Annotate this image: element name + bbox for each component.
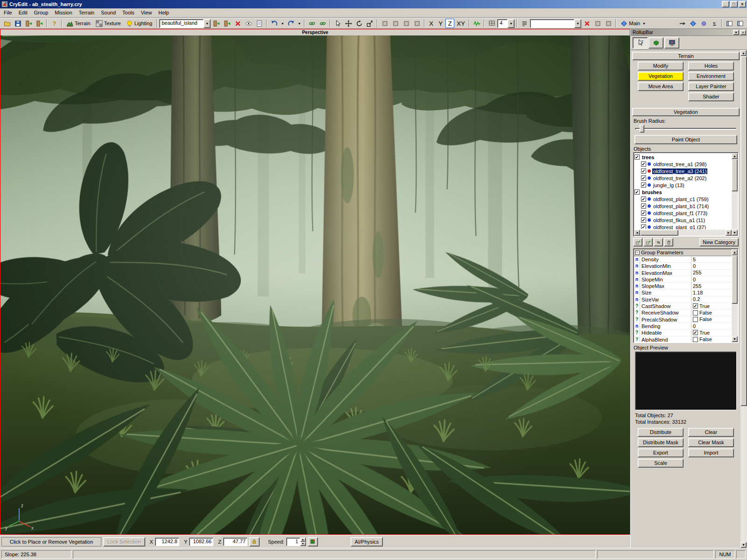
menu-view[interactable]: View: [138, 9, 155, 17]
param-elevationmin[interactable]: nElevationMin0: [634, 263, 732, 269]
terrain-mode-move-area[interactable]: Move Area: [638, 82, 684, 91]
checkbox[interactable]: ✓: [641, 203, 646, 209]
param-value[interactable]: 255: [691, 283, 732, 289]
mission-combobox[interactable]: beautiful_island ▼: [159, 19, 211, 28]
param-value[interactable]: 5: [691, 257, 732, 262]
snap-angle-button[interactable]: [412, 19, 422, 28]
terrain-mode-vegetation[interactable]: Vegetation: [638, 72, 684, 81]
param-sizevar[interactable]: nSizeVar0.2: [634, 296, 732, 303]
param-slopemin[interactable]: nSlopeMin0: [634, 276, 732, 283]
object-item-jungle_lg[interactable]: ✓jungle_lg (13): [634, 182, 731, 189]
scroll-thumb[interactable]: [732, 255, 738, 304]
help-button[interactable]: [49, 19, 59, 28]
param-alphablend[interactable]: ?AlphaBlendFalse: [634, 336, 732, 342]
undo-button[interactable]: [269, 19, 279, 28]
param-elevationmax[interactable]: nElevationMax255: [634, 270, 732, 276]
object-item-oldforest_tree_a2[interactable]: ✓oldforest_tree_a2 (202): [634, 175, 731, 182]
param-value[interactable]: 0: [691, 277, 732, 282]
x-coordinate-field[interactable]: 1242.8: [155, 538, 179, 546]
param-bending[interactable]: nBending0: [634, 323, 732, 329]
viewport-canvas[interactable]: z x y: [0, 35, 630, 534]
slider-channel[interactable]: [635, 128, 737, 130]
param-density[interactable]: nDensity5: [634, 256, 732, 263]
brush-radius-slider[interactable]: [635, 124, 737, 133]
param-hideable[interactable]: ?Hideable✓True: [634, 329, 732, 336]
menu-help[interactable]: Help: [155, 9, 172, 17]
object-item-oldforest_plant_g1[interactable]: ✓oldforest_plant_g1 (37): [634, 224, 731, 229]
rotate-mode-button[interactable]: [354, 19, 364, 28]
scroll-down-icon[interactable]: ▼: [732, 230, 738, 236]
parameters-vscrollbar[interactable]: ▲ ▼: [732, 249, 738, 342]
param-value[interactable]: 0.2: [691, 296, 732, 302]
param-size[interactable]: nSize1.18: [634, 289, 732, 296]
distribute-button[interactable]: Distribute: [638, 428, 684, 437]
clone-object-button[interactable]: [643, 238, 653, 246]
minimize-button[interactable]: _: [722, 1, 729, 7]
main-layer-combobox[interactable]: Main▼: [618, 19, 648, 28]
menu-sound[interactable]: Sound: [98, 9, 119, 17]
clear-button[interactable]: Clear: [688, 428, 734, 437]
add-object-button[interactable]: [633, 238, 642, 246]
scroll-up-icon[interactable]: ▲: [740, 50, 747, 56]
remove-object-button[interactable]: [664, 238, 673, 246]
go-to-position-button[interactable]: [677, 19, 687, 28]
speed-value[interactable]: 1: [286, 538, 300, 546]
checkbox[interactable]: ✓: [641, 168, 646, 174]
clear-mask-button[interactable]: Clear Mask: [688, 438, 734, 447]
tag-point-button[interactable]: [688, 19, 698, 28]
checkbox[interactable]: ✓: [693, 330, 698, 335]
object-group-brushes[interactable]: ✓brushes: [634, 189, 731, 196]
lighting-tool-button[interactable]: Lighting: [124, 19, 155, 28]
unlink-objects-button[interactable]: [317, 19, 328, 28]
scroll-up-icon[interactable]: ▲: [732, 153, 738, 159]
param-precalcshadow[interactable]: ?PrecalcShadowFalse: [634, 316, 732, 323]
tab-edit-mode[interactable]: [633, 37, 648, 49]
rollupbar-pin-button[interactable]: ▾: [733, 30, 739, 35]
tab-display[interactable]: [664, 37, 679, 49]
scroll-thumb[interactable]: [732, 159, 738, 191]
vegetation-rollup-header[interactable]: Vegetation: [632, 108, 740, 116]
select-object-button[interactable]: [380, 19, 390, 28]
paint-object-button[interactable]: Paint Object: [634, 135, 737, 144]
viewport-caption[interactable]: Perspective: [0, 29, 630, 35]
link-objects-button[interactable]: [307, 19, 317, 28]
menu-group[interactable]: Group: [31, 9, 52, 17]
scroll-thumb[interactable]: [740, 56, 747, 406]
chevron-down-icon[interactable]: ▼: [204, 19, 211, 28]
menu-edit[interactable]: Edit: [15, 9, 31, 17]
param-value[interactable]: 0: [691, 263, 732, 269]
move-mode-button[interactable]: [343, 19, 353, 28]
objects-list-vscrollbar[interactable]: ▲ ▼: [732, 153, 738, 236]
open-button[interactable]: [2, 19, 12, 28]
param-value[interactable]: False: [691, 310, 732, 315]
measure-button[interactable]: [709, 19, 719, 28]
object-item-oldforest_tree_a3[interactable]: ✓oldforest_tree_a3 (241): [634, 168, 731, 175]
maximize-button[interactable]: □: [730, 1, 738, 7]
save-button[interactable]: [13, 19, 23, 28]
terrain-mode-modify[interactable]: Modify: [638, 62, 684, 70]
object-item-oldforest_plant_c1[interactable]: ✓oldforest_plant_c1 (759): [634, 196, 731, 203]
checkbox[interactable]: ✓: [641, 217, 646, 223]
grid-size-combobox[interactable]: 4 ▼: [497, 19, 514, 28]
param-value[interactable]: False: [691, 316, 732, 322]
terrain-rollup-header[interactable]: Terrain: [632, 52, 740, 60]
scroll-left-icon[interactable]: ◄: [634, 230, 640, 236]
param-value[interactable]: ✓True: [691, 303, 732, 309]
menu-mission[interactable]: Mission: [51, 9, 75, 17]
named-selections-button[interactable]: [519, 19, 529, 28]
record-button[interactable]: [698, 19, 709, 28]
import-button[interactable]: Import: [688, 448, 734, 457]
checkbox[interactable]: ✓: [641, 224, 646, 229]
chevron-down-icon[interactable]: ▼: [507, 19, 514, 28]
checkbox[interactable]: ✓: [641, 196, 646, 202]
toggle-console-button[interactable]: [735, 19, 745, 28]
scroll-down-icon[interactable]: ▼: [732, 336, 738, 342]
menu-file[interactable]: File: [0, 9, 15, 17]
checkbox[interactable]: [693, 310, 698, 315]
checkbox[interactable]: ✓: [641, 210, 646, 216]
checkbox[interactable]: ✓: [693, 303, 698, 308]
scroll-down-icon[interactable]: ▼: [740, 542, 747, 548]
scroll-right-icon[interactable]: ►: [726, 230, 732, 236]
scale-button[interactable]: Scale: [638, 459, 684, 468]
terrain-mode-holes[interactable]: Holes: [688, 62, 734, 70]
